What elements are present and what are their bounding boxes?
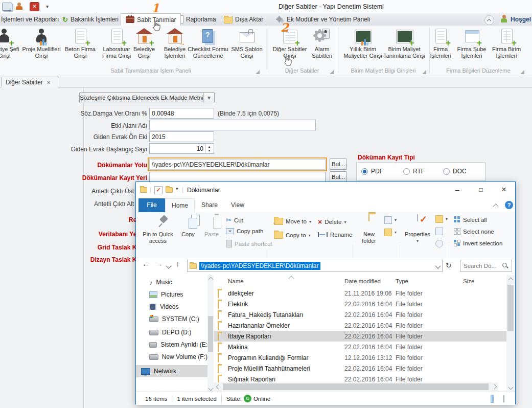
ek-madde-metni-dropdown-button[interactable]: Sözleşme Çıktısına Eklenecek Ek Madde Me… (79, 92, 215, 103)
tab-raporlama[interactable]: Raporlama (176, 13, 216, 26)
file-row[interactable]: dilekçeler21.11.2016 19:06File folder (214, 288, 506, 299)
nav-item-videos[interactable]: Videos (136, 301, 207, 313)
help-icon[interactable]: ? (505, 201, 513, 209)
explorer-tab-home[interactable]: Home (165, 198, 195, 212)
history-dropdown-icon[interactable] (166, 263, 171, 268)
quick-access-dropdown-icon[interactable]: ▾ (46, 4, 49, 9)
nav-item-depo-d[interactable]: DEPO (D:) (136, 326, 207, 338)
file-row[interactable]: Proje Müellifi Taahhütnameleri22.02.2016… (214, 363, 506, 374)
nav-item-music[interactable]: ♪Music (136, 276, 207, 288)
tab-ek-moduller[interactable]: Ek Modüller ve Yönetim Paneli (277, 13, 370, 26)
explorer-titlebar[interactable]: | ✓ ▾ | Dökümanlar – □ × (136, 182, 515, 198)
move-to-button[interactable]: ← Move to▾ (274, 218, 311, 225)
copy-to-button[interactable]: Copy to▾ (274, 232, 311, 239)
dialog-launcher-icon[interactable] (520, 70, 524, 74)
yillik-birim-maliyetler-girisi-button[interactable]: Yıllık Birim Maliyetler Girişi (340, 28, 385, 59)
paste-button[interactable]: Paste (200, 215, 223, 238)
radio-doc[interactable]: DOC (443, 168, 467, 175)
explorer-tab-view[interactable]: View (224, 198, 251, 212)
forward-button[interactable]: → (155, 259, 163, 268)
file-row-selected[interactable]: İtfaiye Raporları22.02.2016 16:04File fo… (214, 331, 506, 342)
diger-sabitler-girisi-button[interactable]: + Diğer Sabitler Girişi (269, 28, 310, 59)
rename-button[interactable]: Rename (318, 232, 352, 238)
tab-close-icon[interactable]: × (47, 79, 50, 85)
column-header-size[interactable]: Size (463, 275, 474, 287)
kayit-yeri-input[interactable] (149, 172, 326, 183)
damga-input[interactable]: 0,00948 (149, 108, 214, 119)
bul-button-yolu[interactable]: Bul... (330, 158, 347, 170)
properties-quick-icon[interactable]: ✓ (154, 186, 163, 194)
birim-maliyet-tanimlama-girisi-button[interactable]: + Birim Maliyet Tanımlama Girişi (381, 28, 427, 59)
firma-birim-islemleri-button[interactable]: + Firma Birim İşlemleri (489, 28, 524, 59)
vertical-scrollbar[interactable] (506, 275, 515, 392)
history-button[interactable] (435, 240, 443, 247)
edit-button[interactable] (435, 228, 443, 235)
address-dropdown-icon[interactable] (435, 263, 441, 268)
dialog-launcher-icon[interactable] (256, 70, 260, 74)
nav-scrollbar[interactable] (207, 275, 214, 392)
firma-sube-islemleri-button[interactable]: + Firma Şube İşlemleri (454, 28, 490, 59)
file-row[interactable]: Elektrik22.02.2016 16:04File folder (214, 299, 506, 309)
explorer-tab-share[interactable]: Share (195, 198, 224, 212)
user-switch-icon[interactable]: → (16, 3, 22, 10)
etki-alani-input[interactable] (149, 120, 316, 130)
on-ek-input[interactable]: 2015 (149, 131, 214, 142)
explorer-tab-file[interactable]: File (138, 198, 165, 212)
invert-selection-button[interactable]: Invert selection (454, 240, 502, 246)
cut-button[interactable]: ✂ Cut (226, 216, 243, 224)
search-input[interactable] (462, 262, 502, 269)
copy-path-button[interactable]: w Copy path (226, 228, 263, 234)
file-row[interactable]: Hazırlananlar Örnekler22.02.2016 16:04Fi… (214, 320, 506, 331)
open-button[interactable]: ▾ (435, 215, 448, 223)
back-button[interactable]: ← (142, 259, 150, 268)
horizontal-scrollbar[interactable] (214, 382, 498, 391)
close-button[interactable]: × (492, 182, 516, 198)
thumbnail-view-button[interactable] (503, 396, 504, 402)
ribbon-collapse-icon[interactable] (484, 15, 494, 25)
file-row[interactable]: Programın Kullandığı Formlar12.12.2016 1… (214, 352, 506, 363)
search-icon[interactable] (502, 263, 508, 269)
qat-dropdown-icon[interactable]: ▾ (176, 186, 178, 191)
delete-button[interactable]: × Delete▾ (318, 218, 346, 226)
up-button[interactable]: ↑ (176, 259, 180, 268)
belediye-islemleri-button[interactable]: → Belediye İşlemleri (158, 28, 191, 59)
proje-muellifleri-girisi-button[interactable]: Proje Muellifleri Girişi (15, 28, 67, 59)
belediye-girisi-button[interactable]: + Belediye Girişi (129, 28, 159, 59)
column-header-date[interactable]: Date modified (344, 275, 381, 287)
bul-button-kayit-yeri[interactable]: Bul... (330, 171, 347, 183)
firma-islemleri-button[interactable]: + Firma İşlemleri (425, 28, 456, 59)
properties-button[interactable]: Properties ▾ (403, 215, 432, 244)
dokumanlar-yolu-input[interactable]: \\yades-pc\YADESYEDEKLER\Dökümanlar (149, 159, 326, 170)
document-tab-diger-sabitler[interactable]: Diğer Sabitler × (1, 77, 59, 87)
nav-item-sistem-ayrildi-e[interactable]: Sistem Ayrıldı (E: (136, 338, 207, 351)
exit-button[interactable]: × (30, 2, 39, 11)
maximize-button[interactable]: □ (469, 182, 493, 198)
address-input[interactable]: \\yades-pc\YADESYEDEKLER\Dökümanlar (187, 260, 443, 272)
tab-bakanlik-islemleri[interactable]: ↻Bakanlık İşlemleri (62, 13, 119, 26)
pin-to-quick-access-button[interactable]: Pin to Quick access (141, 215, 175, 244)
search-box[interactable] (460, 260, 512, 272)
dialog-launcher-icon[interactable] (422, 70, 426, 74)
select-all-button[interactable]: Select all (454, 216, 487, 223)
details-view-button[interactable] (491, 395, 494, 403)
beton-firma-girisi-button[interactable]: + Beton Firma Girişi (60, 28, 100, 59)
select-none-button[interactable]: Select none (454, 228, 494, 235)
radio-pdf[interactable]: PDF (361, 168, 383, 175)
alarm-sabitleri-button[interactable]: Alarm Sabitleri (307, 28, 337, 59)
new-folder-button[interactable]: New folder (357, 215, 381, 244)
file-row[interactable]: Makina22.02.2016 16:04File folder (214, 342, 506, 352)
print-icon[interactable] (2, 3, 12, 11)
radio-rtf[interactable]: RTF (403, 168, 425, 175)
easy-access-button[interactable]: ▾ (384, 229, 397, 236)
dialog-launcher-icon[interactable] (330, 70, 334, 74)
spinner-control[interactable]: ▲▼ (205, 144, 213, 153)
baslangic-input[interactable]: 10 ▲▼ (149, 143, 214, 154)
refresh-button[interactable]: ↻ (446, 261, 452, 269)
nav-item-network[interactable]: Network (136, 365, 207, 377)
column-header-type[interactable]: Type (396, 275, 408, 287)
new-item-button[interactable]: ▾ (384, 216, 397, 224)
nav-item-new-volume-f[interactable]: New Volume (F:) (136, 351, 207, 363)
nav-item-pictures[interactable]: Pictures (136, 288, 207, 301)
file-row[interactable]: Fatura_Hakediş Tutanakları22.02.2016 16:… (214, 309, 506, 320)
paste-shortcut-button[interactable]: Paste shortcut (226, 240, 272, 247)
